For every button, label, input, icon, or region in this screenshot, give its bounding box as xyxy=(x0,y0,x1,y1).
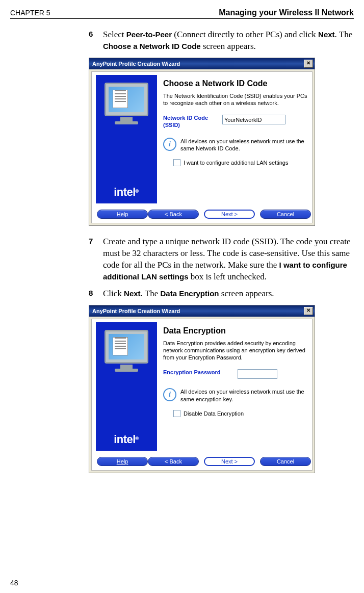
window-titlebar[interactable]: AnyPoint Profile Creation Wizard ✕ xyxy=(89,305,315,317)
monitor-icon xyxy=(104,83,149,126)
wizard-desc: Data Encryption provides added security … xyxy=(163,340,308,362)
close-icon[interactable]: ✕ xyxy=(304,60,313,68)
disable-encryption-label: Disable Data Encryption xyxy=(184,410,244,417)
lan-settings-label: I want to configure additional LAN setti… xyxy=(184,160,288,166)
step-text: Click Next. The Data Encryption screen a… xyxy=(103,288,354,300)
step-number: 8 xyxy=(89,288,103,300)
step-number: 6 xyxy=(89,29,103,53)
step-text: Create and type a unique network ID code… xyxy=(103,236,354,283)
step-text: Select Peer-to-Peer (Connect directly to… xyxy=(103,29,354,53)
chapter-title: Managing your Wireless II Network xyxy=(219,8,354,17)
window-title: AnyPoint Profile Creation Wizard xyxy=(92,308,180,314)
page-number: 48 xyxy=(10,579,18,587)
window-titlebar[interactable]: AnyPoint Profile Creation Wizard ✕ xyxy=(89,58,315,69)
step-8: 8 Click Next. The Data Encryption screen… xyxy=(89,288,354,300)
info-icon: i xyxy=(163,388,176,401)
monitor-icon xyxy=(104,330,149,374)
screenshot-network-id: AnyPoint Profile Creation Wizard ✕ intel… xyxy=(89,58,315,226)
chapter-label: CHAPTER 5 xyxy=(10,9,50,17)
ssid-input[interactable] xyxy=(222,115,285,124)
disable-encryption-checkbox[interactable] xyxy=(173,410,180,417)
page-header: CHAPTER 5 Managing your Wireless II Netw… xyxy=(10,8,354,19)
help-button[interactable]: Help xyxy=(97,210,148,219)
ssid-label: Network ID Code (SSID) xyxy=(163,115,214,128)
step-7: 7 Create and type a unique network ID co… xyxy=(89,236,354,283)
lan-settings-checkbox[interactable] xyxy=(173,159,180,166)
back-button[interactable]: < Back xyxy=(148,457,199,466)
close-icon[interactable]: ✕ xyxy=(304,307,313,315)
next-button[interactable]: Next > xyxy=(204,210,255,219)
wizard-side-panel: intel® xyxy=(96,75,157,203)
screenshot-data-encryption: AnyPoint Profile Creation Wizard ✕ intel… xyxy=(89,305,315,473)
step-number: 7 xyxy=(89,236,103,283)
info-icon: i xyxy=(163,138,176,151)
window-title: AnyPoint Profile Creation Wizard xyxy=(92,61,180,67)
cancel-button[interactable]: Cancel xyxy=(260,457,311,466)
encryption-password-input[interactable] xyxy=(238,369,277,379)
info-text: All devices on your wireless network mus… xyxy=(180,388,308,403)
encryption-password-label: Encryption Password xyxy=(163,369,229,376)
intel-logo: intel® xyxy=(96,433,157,446)
next-button[interactable]: Next > xyxy=(204,457,255,466)
wizard-side-panel: intel® xyxy=(96,322,157,451)
wizard-heading: Choose a Network ID Code xyxy=(163,79,308,88)
cancel-button[interactable]: Cancel xyxy=(260,210,311,219)
info-text: All devices on your wireless network mus… xyxy=(180,138,308,152)
help-button[interactable]: Help xyxy=(97,457,148,466)
wizard-desc: The Network Identification Code (SSID) e… xyxy=(163,92,308,107)
step-6: 6 Select Peer-to-Peer (Connect directly … xyxy=(89,29,354,53)
intel-logo: intel® xyxy=(96,186,157,199)
back-button[interactable]: < Back xyxy=(148,210,199,219)
wizard-heading: Data Encryption xyxy=(163,326,308,336)
